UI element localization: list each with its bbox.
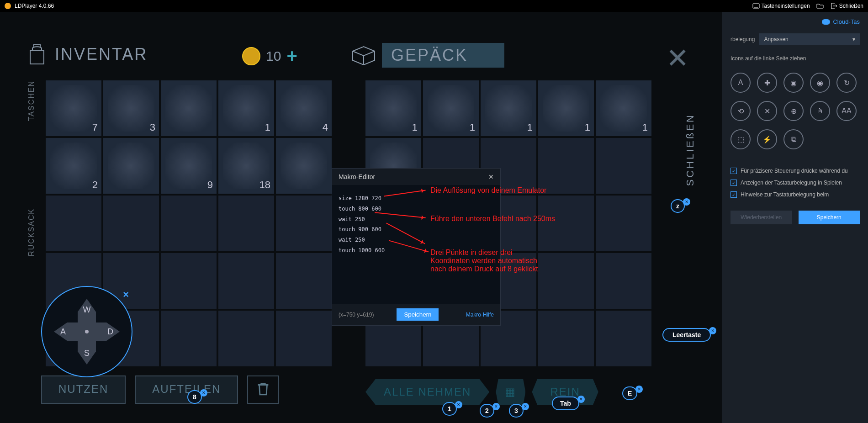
macro-header: Makro-Editor ✕	[332, 169, 500, 185]
inventory-slot[interactable]	[276, 138, 332, 194]
key-badge-space[interactable]: Leertaste×	[662, 328, 716, 342]
key-badge-8[interactable]: 8×	[187, 390, 207, 404]
gepack-slot[interactable]	[596, 311, 651, 366]
layout-label: rbelegung	[730, 36, 755, 42]
key-badge-e[interactable]: E×	[622, 386, 643, 400]
split-button[interactable]: AUFTEILEN	[135, 375, 238, 404]
grid-toggle-button[interactable]: ▦	[496, 379, 525, 405]
text-aa-icon[interactable]: AA	[836, 101, 857, 121]
macro-lightning-icon[interactable]: ⚡	[757, 129, 777, 149]
annotation-1: Die Auflösung von deinem Emulator	[430, 186, 546, 195]
inventory-slot[interactable]: 3	[103, 80, 159, 136]
app-title: LDPlayer 4.0.66	[15, 3, 54, 9]
layout-dropdown[interactable]: Anpassen ▾	[759, 33, 860, 45]
key-badge-tab[interactable]: Tab×	[552, 397, 585, 410]
keyboard-settings-button[interactable]: Tasteneinstellungen	[752, 2, 810, 10]
gepack-slot[interactable]: 1	[596, 80, 651, 136]
inventory-slot[interactable]	[218, 311, 274, 366]
inventory-slot[interactable]	[161, 311, 217, 366]
take-all-button[interactable]: ALLE NEHMEN	[365, 379, 489, 405]
gravity-sensor-icon[interactable]: ↻	[836, 73, 857, 93]
fire-button-icon[interactable]: ◉	[783, 73, 804, 93]
add-coins-button[interactable]: +	[286, 46, 297, 66]
keymap-side-panel: Cloud-Tas rbelegung Anpassen ▾ Icons auf…	[722, 12, 868, 423]
inventory-slot[interactable]	[161, 80, 217, 136]
rucksack-label: RUCKSACK	[27, 208, 36, 256]
close-app-button[interactable]: Schließen	[830, 2, 863, 10]
inventory-slot[interactable]	[218, 196, 274, 251]
gepack-slot[interactable]	[538, 138, 594, 194]
key-a-icon[interactable]: A	[730, 73, 751, 93]
checkbox-icon: ✓	[730, 168, 737, 174]
folder-button[interactable]	[816, 2, 824, 10]
titlebar-right: Tasteneinstellungen Schließen	[752, 2, 863, 10]
inventory-slot[interactable]	[46, 196, 101, 251]
inventory-slot[interactable]	[276, 311, 332, 366]
inventory-slot[interactable]	[276, 196, 332, 251]
taschen-label: TASCHEN	[27, 80, 36, 121]
option-checkbox-1[interactable]: ✓Anzeigen der Tastaturbelegung in Spiele…	[730, 180, 860, 186]
inventory-slot[interactable]: 4	[276, 80, 332, 136]
key-badge-3[interactable]: 3×	[509, 404, 529, 418]
dpad-control[interactable]: × W S A D	[41, 286, 132, 377]
inventory-slot[interactable]: 1	[218, 80, 274, 136]
keyboard-icon	[752, 2, 760, 10]
gepack-slot[interactable]	[538, 311, 594, 366]
inventory-slot[interactable]: 2	[46, 138, 101, 194]
backpack-icon	[26, 43, 48, 66]
exit-icon	[830, 2, 837, 10]
gepack-slot[interactable]	[596, 138, 651, 194]
inventory-slot[interactable]	[276, 253, 332, 309]
crate-icon	[352, 46, 376, 65]
cloud-sync-link[interactable]: Cloud-Tas	[730, 18, 860, 25]
inventory-slot[interactable]: 7	[46, 80, 101, 136]
gepack-slot[interactable]	[596, 253, 651, 309]
crosshair-swords-icon[interactable]: ✕	[757, 101, 777, 121]
coin-value: 10	[266, 48, 281, 64]
drag-hint: Icons auf die linke Seite ziehen	[730, 55, 860, 62]
screenshot-icon[interactable]: ⧉	[783, 129, 804, 149]
inventory-slot[interactable]	[161, 196, 217, 251]
key-badge-z[interactable]: z×	[671, 199, 690, 213]
mouse-icon[interactable]: 🖱	[810, 101, 830, 121]
coin-icon	[242, 47, 260, 65]
inventory-slot[interactable]: 18	[218, 138, 274, 194]
panel-button-row: Wiederherstellen Speichern	[730, 211, 860, 224]
restore-button[interactable]: Wiederherstellen	[730, 211, 792, 224]
option-checkbox-0[interactable]: ✓Für präzisere Steuerung drücke während …	[730, 168, 860, 174]
vibrate-icon[interactable]: ⬚	[730, 129, 751, 149]
key-badge-2[interactable]: 2×	[480, 404, 500, 418]
gepack-slot[interactable]	[538, 196, 594, 251]
dpad-plus-icon[interactable]: ✚	[757, 73, 777, 93]
inventory-slot[interactable]	[218, 253, 274, 309]
gepack-slot[interactable]: 1	[365, 80, 421, 136]
layout-row: rbelegung Anpassen ▾	[730, 33, 860, 45]
macro-close-button[interactable]: ✕	[488, 173, 494, 180]
trash-button[interactable]	[247, 375, 279, 404]
macro-script-area[interactable]: size 1280 720touch 800 600wait 250touch …	[332, 185, 500, 304]
close-label-vertical[interactable]: SCHLIEßEN	[684, 113, 696, 186]
titlebar-left: LDPlayer 4.0.66	[5, 3, 54, 9]
inventory-slot[interactable]	[161, 253, 217, 309]
inventory-slot[interactable]	[103, 196, 159, 251]
aim-icon[interactable]: ⊕	[783, 101, 804, 121]
gepack-slot[interactable]: 1	[538, 80, 594, 136]
macro-save-button[interactable]: Speichern	[397, 308, 439, 321]
dpad-close-icon[interactable]: ×	[123, 289, 129, 301]
key-badge-1[interactable]: 1×	[442, 402, 462, 416]
use-button[interactable]: NUTZEN	[41, 375, 126, 404]
inventory-slot[interactable]: 9	[161, 138, 217, 194]
save-button[interactable]: Speichern	[799, 211, 860, 224]
gepack-slot[interactable]	[538, 253, 594, 309]
eye-view-icon[interactable]: ◉	[810, 73, 830, 93]
inventory-slot[interactable]	[103, 138, 159, 194]
option-checkbox-2[interactable]: ✓Hinweise zur Tastaturbelegung beim	[730, 191, 860, 198]
close-inventory-button[interactable]: ✕	[666, 42, 689, 74]
gepack-slot[interactable]	[596, 196, 651, 251]
checkbox-icon: ✓	[730, 180, 737, 186]
swipe-icon[interactable]: ⟲	[730, 101, 751, 121]
dpad-key-a: A	[60, 327, 66, 337]
macro-help-link[interactable]: Makro-Hilfe	[466, 312, 494, 318]
gepack-slot[interactable]: 1	[481, 80, 536, 136]
gepack-slot[interactable]: 1	[423, 80, 479, 136]
